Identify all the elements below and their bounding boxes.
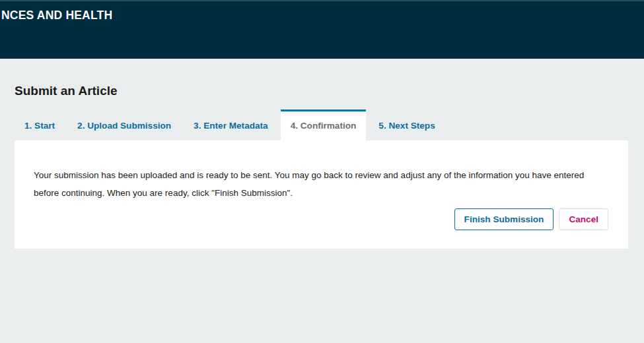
form-actions: Finish Submission Cancel xyxy=(34,208,608,230)
site-header: NCES AND HEALTH xyxy=(0,0,644,59)
tab-confirmation[interactable]: 4. Confirmation xyxy=(281,109,367,140)
finish-submission-button[interactable]: Finish Submission xyxy=(454,208,554,230)
submission-steps-tabs: 1. Start 2. Upload Submission 3. Enter M… xyxy=(15,109,628,140)
journal-title-link[interactable]: NCES AND HEALTH xyxy=(0,1,644,22)
content-container: Submit an Article 1. Start 2. Upload Sub… xyxy=(15,83,628,249)
confirmation-panel: Your submission has been uploaded and is… xyxy=(15,140,628,249)
confirmation-message: Your submission has been uploaded and is… xyxy=(34,166,608,202)
cancel-button[interactable]: Cancel xyxy=(559,208,608,230)
main-content: Submit an Article 1. Start 2. Upload Sub… xyxy=(0,83,644,249)
tab-next-steps[interactable]: 5. Next Steps xyxy=(369,109,445,140)
tab-enter-metadata[interactable]: 3. Enter Metadata xyxy=(184,109,278,140)
tab-start[interactable]: 1. Start xyxy=(15,109,65,140)
page-title: Submit an Article xyxy=(15,83,628,98)
page-root: NCES AND HEALTH Submit an Article 1. Sta… xyxy=(0,0,644,249)
tab-upload-submission[interactable]: 2. Upload Submission xyxy=(67,109,181,140)
